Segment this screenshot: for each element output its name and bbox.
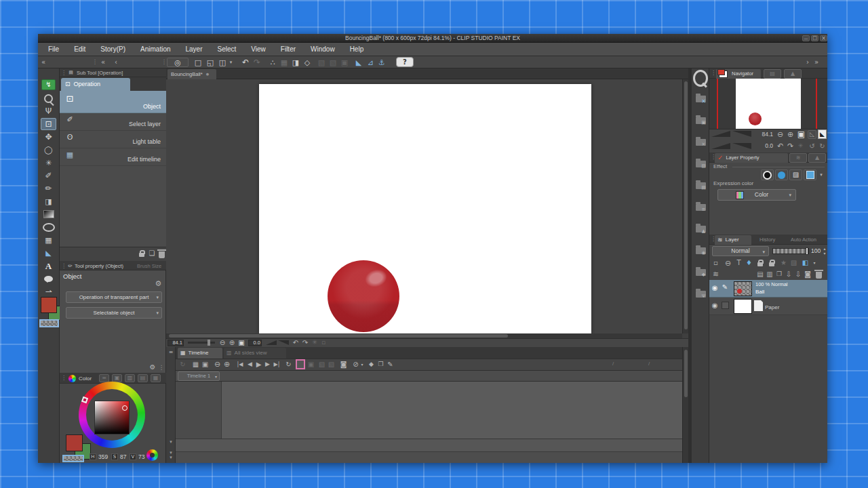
display-mode-arrow-icon[interactable]: ▾ (359, 360, 365, 369)
document-tab[interactable]: BouncingBall* ● (167, 69, 216, 79)
statusbar-zoomout-icon[interactable]: ⊖ (218, 339, 226, 346)
menu-window[interactable]: Window (303, 46, 342, 53)
navigator-rot3-icon[interactable]: ↻ (818, 142, 827, 150)
flow-tool[interactable]: ⇀ (41, 286, 56, 297)
menu-filter[interactable]: Filter (273, 46, 303, 53)
mask-create-icon[interactable]: ◙ (803, 270, 812, 279)
text-attr-icon[interactable]: T (734, 258, 744, 268)
auto-action-tab-label[interactable]: Auto Action (791, 237, 816, 243)
statusbar-zoom-value[interactable]: 84.1 (167, 340, 184, 346)
snap-ruler-icon[interactable]: ◣ (353, 58, 364, 67)
toolprop-menu-icon[interactable]: ⋮ (61, 263, 66, 269)
move-tool[interactable]: ✥ (41, 131, 56, 142)
item-bank-tab-icon[interactable]: ▲ (784, 69, 802, 79)
navigator-zoomout-icon[interactable]: ⊖ (776, 130, 785, 139)
navigator-zoom-slider2[interactable] (732, 131, 751, 137)
timeline-band[interactable] (176, 439, 682, 451)
merge-down-icon[interactable]: ⇩ (793, 270, 803, 279)
draft-star-icon[interactable]: ★ (778, 258, 789, 268)
halftone-dim-icon[interactable]: ▨ (789, 258, 799, 268)
dock-folder-10[interactable]: Ψ (694, 289, 707, 300)
subtool-item-light-table[interactable]: ʘ Light table (60, 131, 166, 148)
statusbar-rotcw-icon[interactable]: ↷ (301, 339, 309, 346)
maximize-button[interactable]: □ (811, 35, 818, 41)
color-tab6-icon[interactable]: ▦ (151, 374, 161, 382)
hand-tool[interactable]: Ψ (41, 106, 56, 117)
color-transparent-swatch[interactable] (62, 455, 84, 462)
canvas-vscrollbar[interactable] (682, 79, 688, 333)
ball-layer-thumbnail[interactable] (734, 281, 752, 296)
canvas-page[interactable] (259, 84, 591, 333)
subtool-page-icon[interactable]: ❏ (148, 249, 156, 258)
brush-tool[interactable]: ✏ (41, 183, 56, 194)
timeline-tab[interactable]: ▦ Timeline (178, 348, 222, 359)
navigator-canvas[interactable] (736, 79, 801, 129)
undo-icon[interactable]: ↶ (240, 58, 251, 67)
gradient-tool[interactable] (41, 209, 56, 220)
zoom-tool[interactable] (41, 94, 56, 104)
statusbar-fit-icon[interactable]: ▣ (237, 339, 245, 346)
close-button[interactable]: × (820, 35, 827, 41)
color-menu-icon[interactable]: ⋮ (61, 375, 66, 381)
collapse-left-icon[interactable]: « (39, 58, 47, 66)
transparent-part-dropdown[interactable]: Operation of transparent part ▾ (66, 291, 162, 303)
sv-selector[interactable] (122, 405, 127, 411)
new-vector-layer-icon[interactable]: ▥ (765, 270, 774, 279)
chevron-right-icon[interactable]: › (804, 58, 811, 66)
dock-folder-9[interactable]: ◆ (694, 267, 707, 278)
minimize-button[interactable]: — (802, 35, 810, 41)
onion-skin-prev-icon[interactable]: ▧ (317, 360, 326, 369)
snap-special-icon[interactable]: ⚓ (376, 58, 387, 67)
navigator-reset-icon[interactable]: ✳ (796, 142, 805, 150)
layer-color-effect-icon[interactable] (804, 169, 816, 180)
new-layer-icon[interactable]: ▤ (755, 270, 765, 279)
paper-checkbox[interactable] (722, 302, 729, 309)
history-tab-label[interactable]: History (760, 237, 775, 243)
toolprop-gear-icon[interactable]: ⚙ (149, 363, 157, 371)
brush-size-tab-label[interactable]: Brush Size (137, 264, 161, 269)
new-animation-cel-icon[interactable] (296, 360, 305, 369)
tone-effect-icon[interactable] (775, 169, 788, 180)
color-fg-swatch[interactable] (66, 434, 83, 451)
layer-mode-icon[interactable]: ▫ (711, 258, 721, 268)
dock-folder-1[interactable]: ✕ (694, 94, 707, 104)
menu-view[interactable]: View (243, 46, 273, 53)
layerprop-tab2-icon[interactable]: ≋ (789, 153, 807, 163)
grip-icon[interactable]: ⋮ (92, 58, 98, 66)
play-icon[interactable]: ▶ (254, 360, 263, 369)
palette-waves-icon[interactable]: ≋ (711, 270, 721, 279)
halftone-effect-icon[interactable]: ▨ (789, 169, 802, 180)
selectable-object-dropdown[interactable]: Selectable object ▾ (66, 307, 162, 319)
subtool-lock-icon[interactable] (137, 248, 146, 259)
menu-select[interactable]: Select (210, 46, 244, 53)
color-tab5-icon[interactable]: ▤ (138, 374, 148, 382)
blend-mode-dropdown[interactable]: Normal ▾ (712, 246, 769, 256)
timeline-bottom-band[interactable] (176, 451, 682, 463)
menu-layer[interactable]: Layer (178, 46, 210, 53)
timeline-collapse1-icon[interactable]: ▾ (168, 439, 174, 445)
timeline-collapse3-icon[interactable]: ▾ (168, 455, 174, 460)
document-tab-dot[interactable]: ● (206, 73, 209, 76)
dock-folder-4[interactable]: ▨ (694, 159, 707, 169)
balloon-tool[interactable] (41, 273, 56, 284)
loop-play-icon[interactable]: ↻ (284, 360, 293, 369)
droplet-icon[interactable]: ♦ (744, 258, 754, 268)
navigator-fit-icon[interactable]: ▣ (797, 129, 806, 139)
lasso-tool[interactable]: ◯ (41, 144, 56, 155)
help-button[interactable]: ? (396, 57, 414, 67)
canvas-ball[interactable] (328, 260, 399, 332)
canvas-hscrollbar[interactable] (166, 333, 682, 338)
eyedropper-tool[interactable]: ✐ (41, 170, 56, 181)
paint-icon[interactable]: ◨ (290, 58, 301, 67)
layerprop-tab3-icon[interactable]: ▲ (808, 153, 826, 163)
prev-frame-icon[interactable]: ◀ (245, 360, 254, 369)
lock-layer-icon[interactable] (755, 258, 765, 268)
delete-layer-icon[interactable] (814, 268, 824, 279)
menu-help[interactable]: Help (342, 46, 372, 53)
dim3-icon[interactable]: ▣ (339, 58, 350, 67)
new-file-icon[interactable]: □ (193, 58, 203, 67)
navigator-zoomin-icon[interactable]: ⊕ (786, 130, 795, 139)
statusbar-rotation-value[interactable]: 0.0 (248, 340, 262, 346)
statusbar-zoom-thumb[interactable] (208, 340, 210, 346)
paper-layer-thumbnail[interactable] (734, 299, 752, 314)
